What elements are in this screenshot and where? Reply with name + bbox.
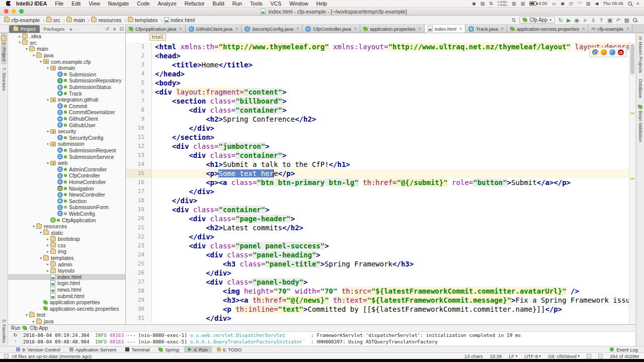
code-line[interactable]: 9 <h2>Spring Conference</h2> — [126, 115, 635, 124]
code-line[interactable]: 16 <p><a class="btn btn-primary btn-lg" … — [126, 178, 635, 187]
chevron-right-icon[interactable]: ▸ — [70, 26, 72, 32]
code-line[interactable]: 17 </div> — [126, 187, 635, 196]
breadcrumb-item[interactable]: templates› — [128, 17, 163, 23]
mem-meter-icon[interactable]: ▥ — [521, 1, 525, 6]
close-tab-icon[interactable]: × — [354, 26, 357, 31]
tree-item[interactable]: ▸img — [8, 248, 125, 255]
editor-tab[interactable]: CCfpController.java× — [302, 25, 360, 33]
tree-item[interactable]: CGithubUser — [8, 122, 125, 128]
code-line[interactable]: 10 </div> — [126, 124, 635, 133]
menu-item[interactable]: Refactor — [185, 1, 205, 7]
code-line[interactable]: 26 </div> — [126, 268, 635, 278]
tree-item[interactable]: submit.html — [8, 293, 125, 299]
code-editor[interactable]: html O 1<html xmlns:th="http://www.thyme… — [126, 33, 635, 324]
stripe-favorites[interactable]: 2: Favorites — [2, 316, 7, 346]
lock-icon[interactable]: ◉ — [560, 1, 565, 6]
code-line[interactable]: 29 <h3><a th:href="@{/news}" th:text="${… — [126, 296, 635, 305]
coverage-icon[interactable]: ∗ — [583, 17, 587, 23]
close-tab-icon[interactable]: × — [235, 26, 238, 31]
network-speed[interactable]: 0.0KB/s3.4KB/s — [498, 1, 507, 7]
menu-item[interactable]: Help — [316, 1, 328, 7]
menu-item[interactable]: View — [89, 1, 100, 7]
stop-icon[interactable]: ▣ — [607, 17, 612, 23]
code-line[interactable]: 12 <div class="jumbotron"> — [126, 142, 635, 151]
close-tab-icon[interactable]: × — [582, 26, 585, 31]
breadcrumb-item[interactable]: main› — [66, 17, 90, 23]
code-line[interactable]: 1<html xmlns:th="http://www.thymeleaf.or… — [126, 42, 635, 51]
close-tab-icon[interactable]: × — [626, 26, 629, 31]
code-line[interactable]: 13 <div class="container"> — [126, 151, 635, 160]
scrollbar-thumb[interactable] — [630, 44, 634, 74]
search-everywhere-icon[interactable] — [633, 18, 637, 22]
console-output[interactable]: 2016-08-04 09:19:24.304 INFO 48163 --- [… — [23, 332, 635, 346]
tree-item[interactable]: CGithubClient — [8, 116, 125, 122]
stripe-project[interactable]: 1: Project — [1, 33, 7, 64]
editor-breadcrumb[interactable]: html — [149, 34, 166, 41]
toolwindow-button[interactable]: Terminal — [121, 346, 153, 353]
code-line[interactable]: 19 <div class="container"> — [126, 205, 635, 214]
close-tab-icon[interactable]: × — [501, 26, 504, 31]
run-config-name[interactable]: Cfp App — [30, 325, 48, 331]
tree-item[interactable]: ▾main — [8, 46, 125, 52]
stripe-bean-validation[interactable]: Bean Validation — [638, 102, 643, 145]
toolwindow-button[interactable]: 9: Version Control — [12, 346, 64, 353]
breadcrumb-item[interactable]: resources› — [91, 17, 126, 23]
tree-item[interactable]: CHomeController — [8, 179, 125, 186]
tree-item[interactable]: ▾web — [8, 160, 125, 166]
firefox-icon[interactable] — [601, 49, 607, 55]
code-line[interactable]: 3 <title>Home</title> — [126, 60, 635, 69]
code-line[interactable]: 27 <div class="panel-body"> — [126, 278, 635, 287]
tree-item[interactable]: CSubmissionService — [8, 153, 125, 160]
code-line[interactable]: 11 </section> — [126, 133, 635, 142]
menu-item[interactable]: File — [55, 1, 63, 7]
close-tab-icon[interactable]: × — [418, 26, 421, 31]
tree-item[interactable]: ▾com.example.cfp — [8, 58, 125, 65]
tab-packages[interactable]: Packages — [40, 26, 69, 32]
zoom-window-button[interactable] — [19, 9, 24, 14]
chrome-icon[interactable] — [592, 49, 598, 55]
code-line[interactable]: 7 <section class="billboard"> — [126, 97, 635, 106]
update-app-icon[interactable]: ⇓ — [591, 17, 596, 23]
editor-tab[interactable]: ETrack.java× — [465, 25, 507, 33]
caret-position[interactable]: 15:29 — [490, 353, 502, 359]
code-line[interactable]: 5<body> — [126, 78, 635, 87]
tree-item[interactable]: CCommitDeserializer — [8, 109, 125, 116]
tree-item[interactable]: ▸.idea — [8, 33, 125, 40]
editor-tab[interactable]: index.html× — [425, 25, 466, 33]
tree-item[interactable]: ▾test — [8, 312, 125, 318]
wifi-icon[interactable]: ◠ — [578, 1, 582, 6]
event-log-button[interactable]: Event Log — [610, 347, 644, 352]
code-line[interactable]: 22 </div> — [126, 232, 635, 241]
code-line[interactable]: 24 <div class="panel-heading"> — [126, 250, 635, 259]
encoding-selector[interactable]: UTF-8▾ — [524, 353, 541, 359]
spotlight-icon[interactable] — [628, 2, 632, 6]
tree-item[interactable]: CCfpController — [8, 172, 125, 179]
menu-item[interactable]: Build — [212, 1, 224, 7]
opera-icon[interactable]: O — [618, 49, 624, 55]
breadcrumb-item[interactable]: index.html — [164, 17, 195, 23]
updown-icon[interactable]: ⇅ — [489, 1, 493, 6]
up-stack-icon[interactable]: ↑ — [14, 338, 17, 344]
code-line[interactable]: 30 <p th:inline="text">Committed by [[${… — [126, 305, 635, 314]
code-line[interactable]: 18 </div> — [126, 196, 635, 205]
tree-item[interactable]: CAdminController — [8, 166, 125, 172]
tree-item[interactable]: ▸java — [8, 318, 125, 324]
toolwindow-button[interactable]: 4: Run — [184, 346, 212, 353]
status-icon[interactable] — [4, 354, 9, 358]
tree-item[interactable]: news.html — [8, 287, 125, 293]
code-line[interactable]: 28 <img height="70" width="70" th:src="$… — [126, 287, 635, 296]
rollback-icon[interactable]: ↶ — [616, 17, 620, 23]
tree-item[interactable]: ▾src — [8, 40, 125, 46]
tree-item[interactable]: CCfpApplication — [8, 217, 125, 223]
tree-item[interactable]: CCommit — [8, 103, 125, 110]
keyboard-icon[interactable]: ▤ — [586, 1, 591, 6]
apple-menu-icon[interactable] — [6, 1, 11, 6]
tree-item[interactable]: login.html — [8, 280, 125, 287]
close-tab-icon[interactable]: × — [296, 26, 299, 31]
rerun-icon[interactable]: ↻ — [13, 332, 17, 338]
breadcrumb-item[interactable]: cfp-example› — [4, 17, 45, 23]
close-tab-icon[interactable]: × — [179, 26, 182, 31]
tree-item[interactable]: ISubmissionRepository — [8, 77, 125, 84]
stripe-database[interactable]: Database — [638, 76, 643, 102]
code-line[interactable]: 14 <h1>Submit a talk to the CfP!</h1> — [126, 160, 635, 169]
